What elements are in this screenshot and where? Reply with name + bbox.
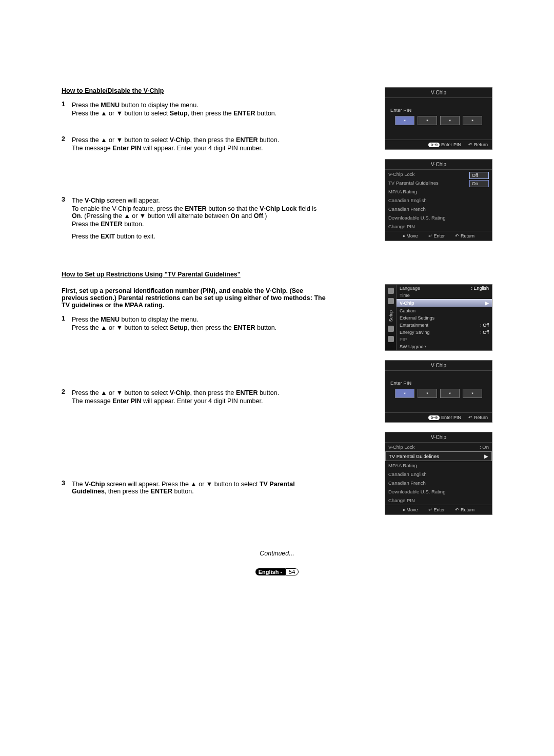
vchip-menu-list: V-Chip Lock: On TV Parental Guidelines▶ … — [385, 443, 492, 505]
value-on[interactable]: On — [469, 180, 489, 187]
menu-item-can-fr[interactable]: Canadian French — [385, 205, 469, 213]
section1-title: How to Enable/Disable the V-Chip — [62, 87, 374, 94]
footer-lang: English - — [255, 568, 285, 575]
pin-digit[interactable]: * — [418, 389, 437, 398]
manual-page: How to Enable/Disable the V-Chip 1 Press… — [0, 0, 554, 622]
pin-input-row: * * * * — [389, 116, 488, 125]
pin-digit[interactable]: * — [395, 389, 414, 398]
enter-pin-label: Enter PIN — [390, 107, 488, 113]
menu-item-change-pin[interactable]: Change PIN — [385, 222, 469, 231]
osd-title: V-Chip — [385, 361, 492, 371]
badge-0-9: 0~9 — [428, 143, 440, 147]
enter-pin-label: Enter PIN — [390, 380, 488, 386]
menu-item-vchip-lock[interactable]: V-Chip Lock: On — [385, 443, 492, 451]
badge-0-9: 0~9 — [428, 415, 440, 420]
section1-step2: 2 Press the ▲ or ▼ button to select V-Ch… — [62, 135, 328, 153]
setup-row[interactable]: SW Upgrade — [397, 343, 492, 350]
menu-item-tv-parental[interactable]: TV Parental Guidelines — [385, 178, 469, 187]
section1-step3: 3 The V-Chip screen will appear. To enab… — [62, 196, 328, 241]
sidebar-label: Setup — [388, 310, 393, 322]
step-number: 3 — [62, 480, 72, 496]
menu-item-can-en[interactable]: Canadian English — [385, 470, 492, 479]
sidebar-gear-icon — [388, 298, 394, 304]
osd-vchip-lock: V-Chip V-Chip Lock TV Parental Guideline… — [385, 159, 492, 241]
step-number: 1 — [62, 315, 72, 332]
setup-list: Language: EnglishTimeV-Chip▶CaptionExter… — [397, 285, 492, 350]
continued-label: Continued... — [62, 550, 492, 557]
page-footer: English - 54 — [62, 568, 492, 575]
return-icon: ↶ — [468, 142, 472, 147]
pin-digit[interactable]: * — [463, 116, 482, 125]
menu-item-mpaa[interactable]: MPAA Rating — [385, 461, 492, 470]
move-icon: ♦ — [403, 233, 405, 238]
step-number: 2 — [62, 388, 72, 406]
step-number: 2 — [62, 135, 72, 153]
osd-setup-menu: Setup Language: EnglishTimeV-Chip▶Captio… — [385, 284, 492, 351]
section2-step2: 2 Press the ▲ or ▼ button to select V-Ch… — [62, 388, 328, 406]
section1-step1: 1 Press the MENU button to display the m… — [62, 101, 328, 118]
osd-vchip-parental: V-Chip V-Chip Lock: On TV Parental Guide… — [385, 432, 492, 515]
menu-item-tv-parental[interactable]: TV Parental Guidelines▶ — [385, 451, 492, 461]
sidebar-icon — [388, 326, 394, 332]
pin-digit[interactable]: * — [395, 116, 414, 125]
osd-title: V-Chip — [385, 88, 492, 98]
return-icon: ↶ — [455, 507, 459, 512]
enter-icon: ↵ — [428, 233, 432, 238]
return-icon: ↶ — [455, 233, 459, 238]
setup-row[interactable]: V-Chip▶ — [397, 299, 492, 307]
value-off[interactable]: Off — [469, 172, 489, 179]
step-number: 1 — [62, 101, 72, 118]
setup-row[interactable]: Time — [397, 292, 492, 299]
setup-row[interactable]: Language: English — [397, 285, 492, 292]
osd-title: V-Chip — [385, 432, 492, 443]
menu-item-change-pin[interactable]: Change PIN — [385, 496, 492, 505]
enter-icon: ↵ — [428, 507, 432, 512]
section2-step1: 1 Press the MENU button to display the m… — [62, 315, 328, 332]
menu-item-mpaa[interactable]: MPAA Rating — [385, 187, 469, 196]
section2-step3: 3 The V-Chip screen will appear. Press t… — [62, 480, 328, 496]
setup-row[interactable]: Entertainment: Off — [397, 322, 492, 329]
return-icon: ↶ — [468, 415, 472, 420]
pin-digit[interactable]: * — [418, 116, 437, 125]
menu-item-vchip-lock[interactable]: V-Chip Lock — [385, 170, 469, 178]
chevron-right-icon: ▶ — [484, 453, 488, 459]
setup-row[interactable]: External Settings — [397, 314, 492, 322]
setup-row[interactable]: Caption — [397, 307, 492, 314]
menu-item-download-us[interactable]: Downloadable U.S. Rating — [385, 487, 492, 496]
setup-sidebar: Setup — [385, 285, 397, 350]
osd-enter-pin: V-Chip Enter PIN * * * * 0~9Enter PIN ↶R… — [385, 87, 492, 150]
section2-title: How to Set up Restrictions Using "TV Par… — [62, 271, 492, 278]
section2-intro: First, set up a personal identification … — [62, 287, 328, 309]
move-icon: ♦ — [403, 507, 405, 512]
menu-item-can-fr[interactable]: Canadian French — [385, 479, 492, 487]
osd-title: V-Chip — [385, 160, 492, 170]
sidebar-icon — [388, 288, 394, 294]
setup-row[interactable]: Energy Saving: Off — [397, 329, 492, 336]
pin-input-row: * * * * — [389, 389, 488, 398]
pin-digit[interactable]: * — [440, 116, 460, 125]
menu-item-download-us[interactable]: Downloadable U.S. Rating — [385, 213, 469, 222]
step-number: 3 — [62, 196, 72, 241]
footer-page-num: 54 — [285, 568, 299, 575]
sidebar-icon — [388, 336, 394, 342]
setup-row[interactable]: PIP — [397, 336, 492, 343]
vchip-menu-list: V-Chip Lock TV Parental Guidelines MPAA … — [385, 170, 469, 231]
menu-item-can-en[interactable]: Canadian English — [385, 196, 469, 205]
pin-digit[interactable]: * — [440, 389, 460, 398]
osd-enter-pin-2: V-Chip Enter PIN * * * * 0~9Enter PIN ↶R… — [385, 360, 492, 423]
pin-digit[interactable]: * — [463, 389, 482, 398]
